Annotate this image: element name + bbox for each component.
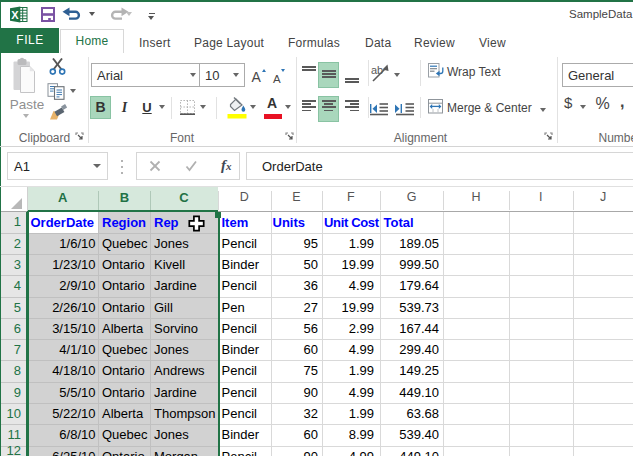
- svg-text:X: X: [11, 9, 19, 21]
- svg-text:ab: ab: [371, 64, 383, 76]
